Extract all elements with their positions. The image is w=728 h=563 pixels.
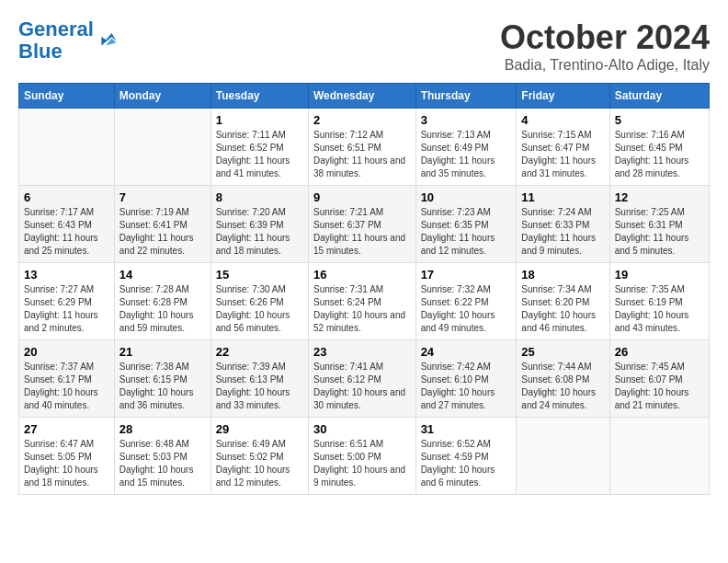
calendar-cell: 1Sunrise: 7:11 AM Sunset: 6:52 PM Daylig… (210, 109, 308, 186)
day-number: 5 (615, 113, 704, 127)
day-detail: Sunrise: 7:24 AM Sunset: 6:33 PM Dayligh… (521, 206, 604, 258)
calendar-cell: 16Sunrise: 7:31 AM Sunset: 6:24 PM Dayli… (308, 263, 415, 340)
day-detail: Sunrise: 7:19 AM Sunset: 6:41 PM Dayligh… (119, 206, 206, 258)
day-number: 19 (615, 268, 704, 282)
day-detail: Sunrise: 7:45 AM Sunset: 6:07 PM Dayligh… (615, 361, 704, 412)
day-number: 8 (216, 190, 303, 204)
calendar-cell (609, 418, 709, 495)
day-detail: Sunrise: 7:35 AM Sunset: 6:19 PM Dayligh… (615, 283, 704, 335)
day-number: 29 (216, 422, 303, 436)
day-detail: Sunrise: 6:49 AM Sunset: 5:02 PM Dayligh… (216, 438, 303, 489)
calendar-cell: 7Sunrise: 7:19 AM Sunset: 6:41 PM Daylig… (114, 186, 210, 263)
day-detail: Sunrise: 7:21 AM Sunset: 6:37 PM Dayligh… (313, 206, 411, 258)
weekday-header-sunday: Sunday (19, 84, 115, 109)
day-number: 31 (421, 422, 512, 436)
day-detail: Sunrise: 7:32 AM Sunset: 6:22 PM Dayligh… (421, 283, 512, 335)
day-number: 28 (119, 422, 206, 436)
calendar-cell: 12Sunrise: 7:25 AM Sunset: 6:31 PM Dayli… (609, 186, 709, 263)
calendar-cell: 4Sunrise: 7:15 AM Sunset: 6:47 PM Daylig… (517, 109, 609, 186)
day-number: 12 (615, 190, 704, 204)
calendar-cell: 3Sunrise: 7:13 AM Sunset: 6:49 PM Daylig… (415, 109, 517, 186)
calendar-cell: 30Sunrise: 6:51 AM Sunset: 5:00 PM Dayli… (308, 418, 415, 495)
calendar-cell: 27Sunrise: 6:47 AM Sunset: 5:05 PM Dayli… (19, 418, 115, 495)
calendar-cell: 2Sunrise: 7:12 AM Sunset: 6:51 PM Daylig… (308, 109, 415, 186)
weekday-header-saturday: Saturday (609, 84, 709, 109)
calendar-cell: 13Sunrise: 7:27 AM Sunset: 6:29 PM Dayli… (19, 263, 115, 340)
location: Badia, Trentino-Alto Adige, Italy (500, 57, 710, 74)
day-detail: Sunrise: 7:41 AM Sunset: 6:12 PM Dayligh… (313, 361, 411, 412)
calendar-week-1: 1Sunrise: 7:11 AM Sunset: 6:52 PM Daylig… (19, 109, 710, 186)
logo: General Blue (18, 18, 118, 63)
logo-icon (96, 29, 118, 52)
day-detail: Sunrise: 7:37 AM Sunset: 6:17 PM Dayligh… (24, 361, 109, 412)
calendar-cell: 14Sunrise: 7:28 AM Sunset: 6:28 PM Dayli… (114, 263, 210, 340)
day-number: 25 (521, 345, 604, 359)
calendar-week-3: 13Sunrise: 7:27 AM Sunset: 6:29 PM Dayli… (19, 263, 710, 340)
day-detail: Sunrise: 7:28 AM Sunset: 6:28 PM Dayligh… (119, 283, 206, 335)
day-detail: Sunrise: 7:23 AM Sunset: 6:35 PM Dayligh… (421, 206, 512, 258)
calendar-cell: 29Sunrise: 6:49 AM Sunset: 5:02 PM Dayli… (210, 418, 308, 495)
day-detail: Sunrise: 6:47 AM Sunset: 5:05 PM Dayligh… (24, 438, 109, 489)
calendar-cell: 24Sunrise: 7:42 AM Sunset: 6:10 PM Dayli… (415, 340, 517, 418)
day-detail: Sunrise: 7:17 AM Sunset: 6:43 PM Dayligh… (24, 206, 109, 258)
weekday-row: SundayMondayTuesdayWednesdayThursdayFrid… (19, 84, 710, 109)
day-detail: Sunrise: 7:15 AM Sunset: 6:47 PM Dayligh… (521, 129, 604, 180)
calendar-cell: 22Sunrise: 7:39 AM Sunset: 6:13 PM Dayli… (210, 340, 308, 418)
weekday-header-thursday: Thursday (415, 84, 517, 109)
calendar-cell: 10Sunrise: 7:23 AM Sunset: 6:35 PM Dayli… (415, 186, 517, 263)
day-detail: Sunrise: 7:31 AM Sunset: 6:24 PM Dayligh… (313, 283, 411, 335)
month-title: October 2024 (500, 18, 710, 57)
day-number: 22 (216, 345, 303, 359)
day-detail: Sunrise: 6:51 AM Sunset: 5:00 PM Dayligh… (313, 438, 411, 489)
title-block: October 2024 Badia, Trentino-Alto Adige,… (500, 18, 710, 74)
calendar-cell (517, 418, 609, 495)
day-number: 26 (615, 345, 704, 359)
day-detail: Sunrise: 7:27 AM Sunset: 6:29 PM Dayligh… (24, 283, 109, 335)
day-number: 3 (421, 113, 512, 127)
day-number: 15 (216, 268, 303, 282)
weekday-header-friday: Friday (517, 84, 609, 109)
weekday-header-wednesday: Wednesday (308, 84, 415, 109)
calendar-cell: 17Sunrise: 7:32 AM Sunset: 6:22 PM Dayli… (415, 263, 517, 340)
day-number: 7 (119, 190, 206, 204)
logo-text: General Blue (18, 18, 94, 63)
day-number: 23 (313, 345, 411, 359)
calendar-cell: 23Sunrise: 7:41 AM Sunset: 6:12 PM Dayli… (308, 340, 415, 418)
calendar-header: SundayMondayTuesdayWednesdayThursdayFrid… (19, 84, 710, 109)
calendar-week-2: 6Sunrise: 7:17 AM Sunset: 6:43 PM Daylig… (19, 186, 710, 263)
day-detail: Sunrise: 7:11 AM Sunset: 6:52 PM Dayligh… (216, 129, 303, 180)
calendar-week-5: 27Sunrise: 6:47 AM Sunset: 5:05 PM Dayli… (19, 418, 710, 495)
day-number: 1 (216, 113, 303, 127)
day-number: 2 (313, 113, 411, 127)
day-number: 14 (119, 268, 206, 282)
day-number: 11 (521, 190, 604, 204)
day-number: 16 (313, 268, 411, 282)
calendar-cell: 15Sunrise: 7:30 AM Sunset: 6:26 PM Dayli… (210, 263, 308, 340)
day-detail: Sunrise: 7:39 AM Sunset: 6:13 PM Dayligh… (216, 361, 303, 412)
day-number: 4 (521, 113, 604, 127)
calendar-cell: 31Sunrise: 6:52 AM Sunset: 4:59 PM Dayli… (415, 418, 517, 495)
calendar-cell (114, 109, 210, 186)
day-detail: Sunrise: 7:34 AM Sunset: 6:20 PM Dayligh… (521, 283, 604, 335)
day-detail: Sunrise: 7:25 AM Sunset: 6:31 PM Dayligh… (615, 206, 704, 258)
calendar-body: 1Sunrise: 7:11 AM Sunset: 6:52 PM Daylig… (19, 109, 710, 495)
day-number: 10 (421, 190, 512, 204)
day-detail: Sunrise: 7:12 AM Sunset: 6:51 PM Dayligh… (313, 129, 411, 180)
day-number: 30 (313, 422, 411, 436)
day-detail: Sunrise: 7:20 AM Sunset: 6:39 PM Dayligh… (216, 206, 303, 258)
day-number: 13 (24, 268, 109, 282)
logo-line2: Blue (18, 40, 63, 63)
day-number: 21 (119, 345, 206, 359)
calendar-cell: 5Sunrise: 7:16 AM Sunset: 6:45 PM Daylig… (609, 109, 709, 186)
day-detail: Sunrise: 7:42 AM Sunset: 6:10 PM Dayligh… (421, 361, 512, 412)
weekday-header-monday: Monday (114, 84, 210, 109)
day-number: 20 (24, 345, 109, 359)
calendar-cell: 11Sunrise: 7:24 AM Sunset: 6:33 PM Dayli… (517, 186, 609, 263)
calendar-cell: 6Sunrise: 7:17 AM Sunset: 6:43 PM Daylig… (19, 186, 115, 263)
day-number: 9 (313, 190, 411, 204)
calendar-table: SundayMondayTuesdayWednesdayThursdayFrid… (18, 83, 710, 495)
day-number: 6 (24, 190, 109, 204)
calendar-cell (19, 109, 115, 186)
calendar-cell: 26Sunrise: 7:45 AM Sunset: 6:07 PM Dayli… (609, 340, 709, 418)
day-number: 27 (24, 422, 109, 436)
